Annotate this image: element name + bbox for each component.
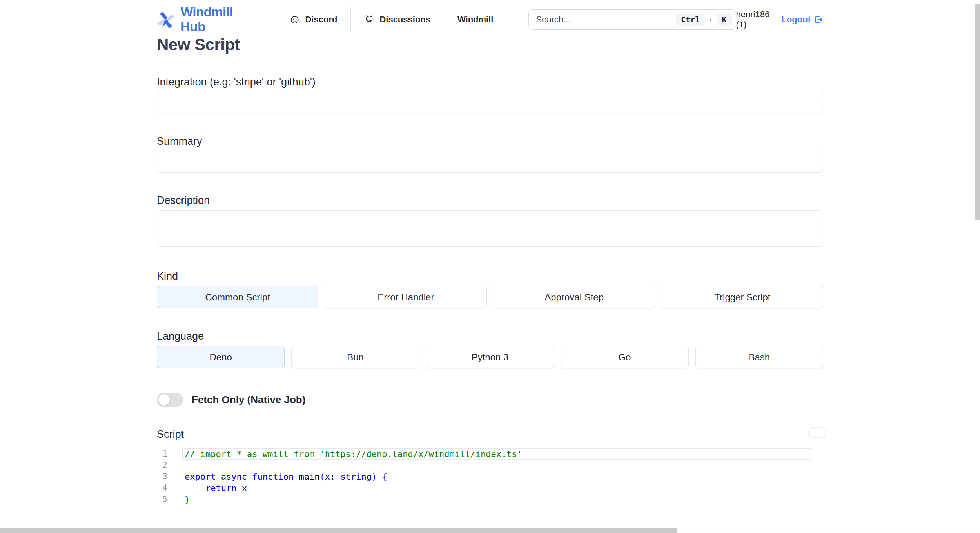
language-option-bash[interactable]: Bash <box>695 346 823 368</box>
kbd-ctrl: Ctrl <box>676 13 705 26</box>
script-header-row: Script <box>157 428 823 440</box>
vertical-scrollbar[interactable] <box>975 0 980 533</box>
integration-field-group: Integration (e.g: 'stripe' or 'github') <box>157 76 823 113</box>
kind-option-trigger-script[interactable]: Trigger Script <box>662 286 823 308</box>
editor-options-pill[interactable] <box>808 427 826 438</box>
search-shortcut: Ctrl + K <box>676 13 731 26</box>
code-line[interactable]: 3export async function main(x: string) { <box>157 471 823 482</box>
code-line-content: } <box>185 494 190 505</box>
code-line-content: // import * as wmill from 'https://deno.… <box>185 448 522 460</box>
page-title: New Script <box>157 35 823 54</box>
integration-label: Integration (e.g: 'stripe' or 'github') <box>157 76 823 88</box>
summary-input[interactable] <box>157 151 823 173</box>
fetch-only-label: Fetch Only (Native Job) <box>192 394 305 406</box>
language-option-python3[interactable]: Python 3 <box>426 346 554 368</box>
language-option-bun[interactable]: Bun <box>291 346 419 368</box>
language-option-go[interactable]: Go <box>561 346 688 368</box>
logout-icon <box>814 15 823 24</box>
line-number: 4 <box>157 482 167 494</box>
kbd-k: K <box>717 13 731 26</box>
nav-item-discussions[interactable]: Discussions <box>351 15 444 25</box>
kind-options: Common Script Error Handler Approval Ste… <box>157 286 823 308</box>
description-label: Description <box>157 195 823 207</box>
integration-input[interactable] <box>157 92 823 113</box>
vertical-scrollbar-thumb[interactable] <box>975 4 980 220</box>
kind-field-group: Kind Common Script Error Handler Approva… <box>157 270 823 308</box>
brand-name: Windmill Hub <box>181 5 253 35</box>
toggle-knob <box>158 394 170 406</box>
kind-label: Kind <box>157 270 823 282</box>
search-input[interactable] <box>536 15 676 25</box>
summary-label: Summary <box>157 135 823 147</box>
line-number: 5 <box>157 494 167 505</box>
language-label: Language <box>157 330 823 342</box>
line-number: 1 <box>157 448 167 460</box>
main-nav: Discord Discussions Windmill <box>276 7 506 32</box>
language-option-deno[interactable]: Deno <box>157 346 285 368</box>
horizontal-scrollbar-thumb[interactable] <box>0 528 677 533</box>
description-textarea[interactable] <box>157 210 823 247</box>
search-box: Ctrl + K <box>528 9 736 30</box>
language-options: Deno Bun Python 3 Go Bash <box>157 346 823 368</box>
code-line-content: return x <box>185 482 247 494</box>
logout-link[interactable]: Logout <box>781 15 823 25</box>
code-lines: 1// import * as wmill from 'https://deno… <box>157 448 823 505</box>
discussions-icon <box>364 15 374 25</box>
nav-item-discord[interactable]: Discord <box>276 15 350 25</box>
discord-icon <box>290 15 300 25</box>
kind-option-common-script[interactable]: Common Script <box>157 286 318 308</box>
kind-option-approval-step[interactable]: Approval Step <box>494 286 655 308</box>
windmill-logo-icon <box>157 9 175 30</box>
brand-link[interactable]: Windmill Hub <box>157 5 253 35</box>
logout-label: Logout <box>781 15 811 25</box>
code-line-content: export async function main(x: string) { <box>185 471 387 482</box>
fetch-only-toggle[interactable] <box>157 393 183 407</box>
user-area: henri186 (1) Logout <box>736 9 823 30</box>
kind-option-error-handler[interactable]: Error Handler <box>325 286 486 308</box>
main-content: Windmill Hub Discord Discussions <box>157 7 823 533</box>
header: Windmill Hub Discord Discussions <box>157 7 823 32</box>
script-label: Script <box>157 428 184 440</box>
fetch-only-row: Fetch Only (Native Job) <box>157 393 823 407</box>
nav-item-windmill[interactable]: Windmill <box>444 15 506 25</box>
kbd-separator: + <box>708 15 713 24</box>
horizontal-scrollbar[interactable] <box>0 528 980 533</box>
summary-field-group: Summary <box>157 135 823 173</box>
nav-item-label: Discussions <box>379 15 430 25</box>
code-editor[interactable]: 1// import * as wmill from 'https://deno… <box>157 446 823 533</box>
nav-item-label: Discord <box>305 15 337 25</box>
language-field-group: Language Deno Bun Python 3 Go Bash <box>157 330 823 368</box>
nav-item-label: Windmill <box>457 15 493 25</box>
code-line[interactable]: 1// import * as wmill from 'https://deno… <box>157 448 823 460</box>
line-number: 2 <box>157 460 167 471</box>
code-line[interactable]: 5} <box>157 494 823 505</box>
description-field-group: Description <box>157 195 823 248</box>
code-line[interactable]: 4 return x <box>157 482 823 494</box>
line-number: 3 <box>157 471 167 482</box>
username: henri186 (1) <box>736 9 774 30</box>
code-line[interactable]: 2 <box>157 460 823 471</box>
